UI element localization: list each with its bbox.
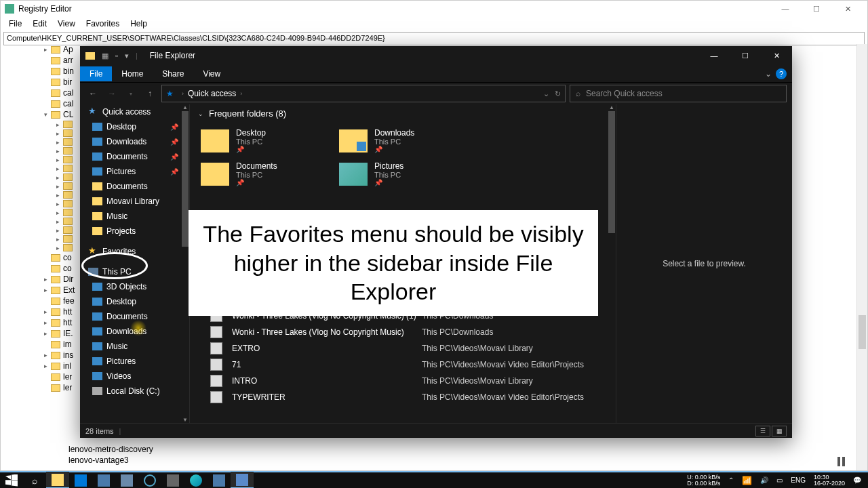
notifications-button[interactable]: 💬 <box>853 476 861 484</box>
wifi-icon[interactable]: 📶 <box>742 476 752 485</box>
regedit-menu-favorites[interactable]: Favorites <box>81 18 125 30</box>
address-dropdown-button[interactable]: ⌄ <box>543 89 549 98</box>
explorer-close-button[interactable]: ✕ <box>761 46 792 65</box>
ribbon-collapse-button[interactable]: ⌄ <box>765 69 772 79</box>
sidebar-item-favorites[interactable]: Favorites <box>80 244 189 259</box>
refresh-button[interactable]: ↻ <box>555 89 561 98</box>
recent-file-row[interactable]: Wonki - Three Lakes (Vlog No Copyright M… <box>190 324 616 340</box>
sidebar-item-desktop[interactable]: Desktop <box>80 294 189 309</box>
address-bar[interactable]: ★ › Quick access › ⌄ ↻ <box>161 85 566 102</box>
regedit-tree-item[interactable]: lenovo-vantage3 <box>68 455 153 466</box>
sidebar-item-pictures[interactable]: Pictures <box>80 354 189 369</box>
start-button[interactable] <box>0 472 23 488</box>
folder-tile[interactable]: DocumentsThis PC📌 <box>198 159 334 189</box>
taskbar-app[interactable] <box>115 472 138 488</box>
taskbar[interactable]: ⌕ U: 0.00 kB/s D: 0.00 kB/s ⌃ 📶 🔊 ▭ ENG … <box>0 471 868 488</box>
tab-view[interactable]: View <box>193 66 230 81</box>
regedit-menu-edit[interactable]: Edit <box>27 18 52 30</box>
sidebar-item-this-pc[interactable]: This PC <box>80 264 189 279</box>
folder-tile[interactable]: PicturesThis PC📌 <box>336 159 472 189</box>
tab-home[interactable]: Home <box>112 66 153 81</box>
volume-icon[interactable]: 🔊 <box>760 476 768 484</box>
explorer-minimize-button[interactable]: — <box>698 46 730 65</box>
sidebar-item-downloads[interactable]: Downloads <box>80 324 189 339</box>
folder-tile[interactable]: DesktopThis PC📌 <box>198 125 334 156</box>
folder-tile[interactable]: DownloadsThis PC📌 <box>336 125 472 156</box>
nav-forward-button[interactable]: → <box>104 86 119 101</box>
sidebar-item-projects[interactable]: Projects <box>80 224 189 239</box>
help-icon[interactable]: ? <box>776 68 787 79</box>
chevron-right-icon: › <box>182 90 184 97</box>
chevron-up-icon[interactable]: ▲ <box>609 104 614 110</box>
tab-share[interactable]: Share <box>153 66 193 81</box>
sidebar-item-movavi-library[interactable]: Movavi Library <box>80 194 189 209</box>
search-input[interactable]: ⌕ Search Quick access <box>570 85 787 102</box>
chevron-down-icon[interactable]: ▼ <box>182 417 188 423</box>
frequent-folders-header[interactable]: ⌄ Frequent folders (8) <box>190 104 616 123</box>
sidebar-item-label: Desktop <box>106 297 136 306</box>
regedit-close-button[interactable]: ✕ <box>832 1 863 17</box>
file-icon <box>210 375 222 387</box>
explorer-sidebar[interactable]: Quick accessDesktop📌Downloads📌Documents📌… <box>80 104 190 423</box>
sidebar-item-label: Documents <box>106 182 148 191</box>
regedit-tree-item[interactable]: lenovo-metro-discovery <box>68 444 153 455</box>
file-path: This PC\Videos\Movavi Video Editor\Proje… <box>422 360 584 369</box>
taskbar-app[interactable] <box>92 472 115 488</box>
recent-file-row[interactable]: INTROThis PC\Videos\Movavi Library <box>190 373 616 389</box>
taskbar-mail[interactable] <box>69 472 92 488</box>
tab-file[interactable]: File <box>80 66 112 81</box>
sidebar-item-documents[interactable]: Documents <box>80 309 189 324</box>
folder-icon <box>92 197 102 205</box>
nav-back-button[interactable]: ← <box>85 86 100 101</box>
sidebar-item-local-disk-c-[interactable]: Local Disk (C:) <box>80 384 189 399</box>
taskbar-store[interactable] <box>161 472 184 488</box>
main-scrollbar[interactable]: ▲ <box>608 104 616 423</box>
taskbar-app[interactable] <box>231 472 254 488</box>
main-scroll-thumb[interactable] <box>608 111 615 233</box>
taskbar-file-explorer[interactable] <box>46 472 69 488</box>
regedit-minimize-button[interactable]: — <box>770 1 801 17</box>
sidebar-item-documents[interactable]: Documents <box>80 179 189 194</box>
nav-up-button[interactable]: ↑ <box>142 86 157 101</box>
regedit-menu-view[interactable]: View <box>52 18 81 30</box>
breadcrumb[interactable]: Quick access <box>188 89 236 98</box>
sidebar-item-pictures[interactable]: Pictures📌 <box>80 164 189 179</box>
regedit-scrollbar[interactable] <box>856 44 867 470</box>
sidebar-item-music[interactable]: Music <box>80 209 189 224</box>
recent-file-row[interactable]: EXTROThis PC\Videos\Movavi Library <box>190 340 616 357</box>
sidebar-item-documents[interactable]: Documents📌 <box>80 149 189 164</box>
regedit-maximize-button[interactable]: ☐ <box>801 1 832 17</box>
battery-icon[interactable]: ▭ <box>776 476 783 484</box>
qat-button[interactable]: ▫ <box>115 52 118 60</box>
clock[interactable]: 10:30 16-07-2020 <box>814 474 845 487</box>
qat-dropdown[interactable]: ▾ <box>125 52 129 60</box>
pin-icon: 📌 <box>236 179 277 186</box>
sidebar-item-videos[interactable]: Videos <box>80 369 189 384</box>
file-name: EXTRO <box>232 344 422 353</box>
pause-icon <box>837 457 845 466</box>
search-button[interactable]: ⌕ <box>23 472 46 488</box>
icons-view-button[interactable]: ▦ <box>772 426 787 436</box>
sidebar-item-downloads[interactable]: Downloads📌 <box>80 134 189 149</box>
regedit-address-bar[interactable]: Computer\HKEY_CURRENT_USER\SOFTWARE\Clas… <box>3 32 865 45</box>
regedit-menu-file[interactable]: File <box>3 18 27 30</box>
nav-recent-dropdown[interactable]: ▾ <box>123 86 138 101</box>
qat-button[interactable]: ▦ <box>102 52 108 60</box>
sidebar-item-3d-objects[interactable]: 3D Objects <box>80 279 189 294</box>
sidebar-scroll-thumb[interactable] <box>182 111 189 247</box>
sidebar-item-quick-access[interactable]: Quick access <box>80 104 189 119</box>
taskbar-app[interactable] <box>208 472 231 488</box>
taskbar-edge[interactable] <box>184 472 208 488</box>
explorer-maximize-button[interactable]: ☐ <box>730 46 761 65</box>
recent-file-row[interactable]: 71This PC\Videos\Movavi Video Editor\Pro… <box>190 357 616 373</box>
language-indicator[interactable]: ENG <box>791 476 806 484</box>
details-view-button[interactable]: ☰ <box>755 426 770 436</box>
sidebar-item-music[interactable]: Music <box>80 339 189 354</box>
recent-file-row[interactable]: TYPEWRITERThis PC\Videos\Movavi Video Ed… <box>190 389 616 405</box>
regedit-menu-help[interactable]: Help <box>125 18 153 30</box>
sidebar-item-desktop[interactable]: Desktop📌 <box>80 119 189 134</box>
chevron-up-icon[interactable]: ▲ <box>182 104 188 110</box>
regedit-scrollbar-thumb[interactable] <box>859 315 866 349</box>
system-tray-icon[interactable]: ⌃ <box>728 476 734 484</box>
taskbar-cortana[interactable] <box>138 472 161 488</box>
